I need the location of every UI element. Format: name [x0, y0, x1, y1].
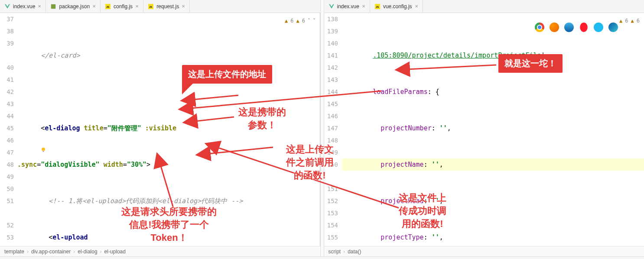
- chevron-down-icon[interactable]: ˅: [313, 15, 315, 27]
- inspections-right[interactable]: ▲6 ▲6: [619, 15, 640, 27]
- svg-text:JS: JS: [106, 6, 109, 8]
- breadcrumb-left[interactable]: template› div.app-container› el-dialog› …: [0, 246, 320, 256]
- left-editor[interactable]: 37 38 39 40 41 42 43 44 45 46 47 48 49 5…: [0, 13, 320, 246]
- js-icon: JS: [105, 3, 111, 10]
- svg-text:JS: JS: [376, 6, 379, 8]
- close-icon[interactable]: ✕: [362, 4, 365, 9]
- tab-request-js[interactable]: JS request.js ✕: [143, 0, 190, 13]
- opera-icon[interactable]: [579, 23, 589, 32]
- safari-icon[interactable]: [564, 23, 574, 32]
- tab-label: config.js: [114, 3, 133, 10]
- tab-label: index.vue: [13, 3, 35, 10]
- svg-rect-0: [51, 4, 56, 9]
- right-editor[interactable]: 138 139 140 141 142 143 144 145 146 147 …: [324, 13, 644, 246]
- pkg-icon: [50, 3, 56, 10]
- svg-point-7: [42, 148, 45, 151]
- breadcrumb-right[interactable]: script› data(): [324, 246, 644, 256]
- tab-label: vue.config.js: [383, 3, 412, 10]
- tab-label: request.js: [156, 3, 179, 10]
- right-code[interactable]: ▲6 ▲6 .105:8090/project/details/importPr…: [342, 13, 644, 246]
- warning-icon: ▲: [619, 15, 622, 27]
- edge-icon[interactable]: [608, 23, 618, 32]
- warning-icon: ▲: [296, 15, 299, 27]
- right-tabs: index.vue ✕ JS vue.config.js ✕: [324, 0, 644, 13]
- tab-label: package.json: [59, 3, 90, 10]
- close-icon[interactable]: ✕: [415, 4, 418, 9]
- chevron-up-icon[interactable]: ˄: [308, 15, 310, 27]
- tab-index-vue-right[interactable]: index.vue ✕: [324, 0, 370, 13]
- ie-icon[interactable]: [594, 23, 603, 32]
- close-icon[interactable]: ✕: [135, 4, 139, 9]
- close-icon[interactable]: ✕: [92, 4, 96, 9]
- bulb-icon[interactable]: [40, 146, 47, 153]
- tab-package-json[interactable]: package.json ✕: [46, 0, 101, 13]
- firefox-icon[interactable]: [550, 23, 559, 32]
- chrome-icon[interactable]: [535, 23, 544, 32]
- vue-icon: [329, 3, 335, 10]
- close-icon[interactable]: ✕: [182, 4, 185, 9]
- js-icon: JS: [374, 3, 381, 10]
- bottom-toolbar: blems ▣ Terminal ◔ Profiler ◐ Eve: [0, 256, 644, 259]
- tab-config-js[interactable]: JS config.js ✕: [101, 0, 143, 13]
- svg-text:JS: JS: [149, 6, 152, 8]
- left-code[interactable]: ▲6 ▲6 ˄ ˅ </el-card> <el-dialog title="附…: [17, 13, 320, 246]
- annotation-upload-url: 这是上传文件的地址: [182, 65, 272, 84]
- left-tabs: index.vue ✕ package.json ✕ JS config.js …: [0, 0, 320, 13]
- annotation-right-blob: 就是这一坨！: [498, 54, 563, 73]
- warning-icon: ▲: [285, 15, 288, 27]
- close-icon[interactable]: ✕: [38, 4, 41, 9]
- tab-label: index.vue: [337, 3, 359, 10]
- left-gutter: 37 38 39 40 41 42 43 44 45 46 47 48 49 5…: [0, 13, 17, 246]
- vue-icon: [4, 3, 10, 10]
- js-icon: JS: [148, 3, 154, 10]
- browser-icons: [535, 23, 618, 32]
- tab-index-vue[interactable]: index.vue ✕: [0, 0, 46, 13]
- splitter[interactable]: [320, 13, 324, 246]
- right-gutter: 138 139 140 141 142 143 144 145 146 147 …: [324, 13, 342, 246]
- svg-rect-8: [43, 151, 44, 152]
- warning-icon: ▲: [631, 15, 634, 27]
- tab-vue-config[interactable]: JS vue.config.js ✕: [370, 0, 423, 13]
- inspections-left[interactable]: ▲6 ▲6 ˄ ˅: [285, 15, 315, 27]
